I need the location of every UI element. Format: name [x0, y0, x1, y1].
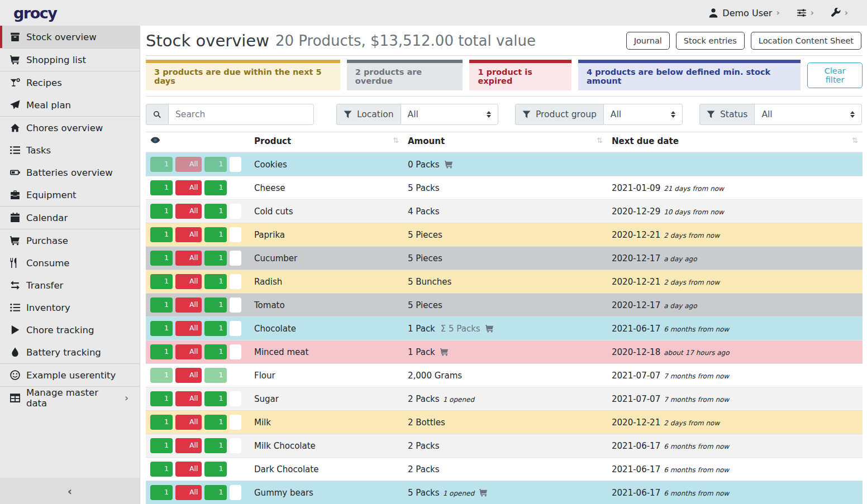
sidebar-item-meal-plan[interactable]: Meal plan — [0, 94, 140, 116]
sidebar-item-recipes[interactable]: Recipes — [0, 71, 140, 94]
sidebar-item-chores-overview[interactable]: Chores overview — [0, 117, 140, 139]
consume-all-button[interactable]: All — [175, 462, 202, 477]
consume-one-button[interactable]: 1 — [150, 391, 173, 406]
search-input[interactable] — [168, 104, 314, 125]
open-one-button[interactable]: 1 — [204, 251, 227, 266]
sort-icon[interactable]: ⇅ — [393, 136, 399, 145]
consume-one-button[interactable]: 1 — [150, 157, 173, 172]
sidebar-item-shopping-list[interactable]: Shopping list — [0, 49, 140, 71]
open-one-button[interactable]: 1 — [204, 344, 227, 359]
consume-all-button[interactable]: All — [175, 485, 202, 500]
consume-one-button[interactable]: 1 — [150, 438, 173, 453]
consume-all-button[interactable]: All — [175, 391, 202, 406]
consume-one-button[interactable]: 1 — [150, 227, 173, 242]
alert-secondary[interactable]: 2 products are overdue — [347, 60, 463, 90]
sidebar-item-transfer[interactable]: Transfer — [0, 274, 140, 296]
row-menu-button[interactable] — [230, 321, 241, 336]
sidebar-item-purchase[interactable]: Purchase — [0, 229, 140, 252]
sidebar-item-chore-tracking[interactable]: Chore tracking — [0, 319, 140, 341]
consume-all-button[interactable]: All — [175, 438, 202, 453]
row-menu-button[interactable] — [230, 415, 241, 430]
product-group-select[interactable]: All — [603, 104, 683, 125]
sidebar-item-manage-master-data[interactable]: Manage master data › — [0, 387, 140, 409]
user-menu[interactable]: Demo User › — [708, 8, 779, 18]
row-menu-button[interactable] — [230, 297, 241, 313]
sort-icon[interactable]: ⇅ — [852, 136, 858, 145]
consume-all-button[interactable]: All — [175, 274, 202, 289]
open-one-button[interactable]: 1 — [204, 438, 227, 453]
open-one-button[interactable]: 1 — [204, 321, 227, 336]
sidebar-item-consume[interactable]: Consume — [0, 252, 140, 274]
open-one-button[interactable]: 1 — [204, 297, 227, 313]
sidebar-collapse-button[interactable]: ‹ — [0, 478, 140, 504]
row-menu-button[interactable] — [230, 251, 241, 266]
admin-menu[interactable]: › — [831, 8, 848, 18]
row-menu-button[interactable] — [230, 157, 241, 172]
open-one-button[interactable]: 1 — [204, 485, 227, 500]
consume-all-button[interactable]: All — [175, 180, 202, 195]
shopping-cart-icon[interactable] — [479, 488, 488, 497]
sidebar-item-battery-tracking[interactable]: Battery tracking — [0, 341, 140, 363]
sidebar-item-stock-overview[interactable]: Stock overview — [0, 26, 140, 48]
consume-all-button[interactable]: All — [175, 157, 202, 172]
alert-info[interactable]: 4 products are below defined min. stock … — [578, 60, 801, 90]
column-header-amount[interactable]: Amount ⇅ — [403, 132, 607, 153]
consume-one-button[interactable]: 1 — [150, 204, 173, 219]
open-one-button[interactable]: 1 — [204, 180, 227, 195]
consume-all-button[interactable]: All — [175, 227, 202, 242]
consume-one-button[interactable]: 1 — [150, 462, 173, 477]
consume-all-button[interactable]: All — [175, 344, 202, 359]
column-visibility-header[interactable] — [146, 132, 250, 153]
consume-all-button[interactable]: All — [175, 415, 202, 430]
sidebar-item-example-userentity[interactable]: Example userentity — [0, 364, 140, 386]
sidebar-item-tasks[interactable]: Tasks — [0, 139, 140, 161]
consume-all-button[interactable]: All — [175, 368, 202, 383]
row-menu-button[interactable] — [230, 462, 241, 477]
row-menu-button[interactable] — [230, 485, 241, 500]
column-header-next-due-date[interactable]: Next due date ⇅ — [607, 132, 863, 153]
consume-all-button[interactable]: All — [175, 297, 202, 313]
settings-menu[interactable]: › — [797, 8, 814, 18]
location-content-sheet-button[interactable]: Location Content Sheet — [751, 32, 861, 50]
column-header-product[interactable]: Product ⇅ — [250, 132, 403, 153]
row-menu-button[interactable] — [230, 180, 241, 195]
sidebar-item-calendar[interactable]: Calendar — [0, 207, 140, 229]
shopping-cart-icon[interactable] — [444, 160, 454, 169]
consume-one-button[interactable]: 1 — [150, 251, 173, 266]
open-one-button[interactable]: 1 — [204, 368, 227, 383]
shopping-cart-icon[interactable] — [485, 324, 494, 333]
sidebar-item-batteries-overview[interactable]: Batteries overview — [0, 161, 140, 184]
consume-all-button[interactable]: All — [175, 251, 202, 266]
open-one-button[interactable]: 1 — [204, 157, 227, 172]
consume-one-button[interactable]: 1 — [150, 297, 173, 313]
row-menu-button[interactable] — [230, 204, 241, 219]
row-menu-button[interactable] — [230, 368, 241, 383]
row-menu-button[interactable] — [230, 227, 241, 242]
consume-one-button[interactable]: 1 — [150, 344, 173, 359]
open-one-button[interactable]: 1 — [204, 391, 227, 406]
consume-all-button[interactable]: All — [175, 321, 202, 336]
row-menu-button[interactable] — [230, 391, 241, 406]
sidebar-item-inventory[interactable]: Inventory — [0, 296, 140, 319]
consume-one-button[interactable]: 1 — [150, 485, 173, 500]
row-menu-button[interactable] — [230, 438, 241, 453]
sidebar-item-equipment[interactable]: Equipment — [0, 184, 140, 206]
journal-button[interactable]: Journal — [626, 32, 670, 50]
shopping-cart-icon[interactable] — [440, 348, 449, 356]
open-one-button[interactable]: 1 — [204, 227, 227, 242]
row-menu-button[interactable] — [230, 274, 241, 289]
consume-one-button[interactable]: 1 — [150, 180, 173, 195]
consume-one-button[interactable]: 1 — [150, 415, 173, 430]
open-one-button[interactable]: 1 — [204, 462, 227, 477]
status-select[interactable]: All — [754, 104, 862, 125]
open-one-button[interactable]: 1 — [204, 204, 227, 219]
consume-all-button[interactable]: All — [175, 204, 202, 219]
location-select[interactable]: All — [401, 104, 498, 125]
app-logo[interactable]: grocy — [13, 4, 56, 22]
consume-one-button[interactable]: 1 — [150, 321, 173, 336]
row-menu-button[interactable] — [230, 344, 241, 359]
stock-entries-button[interactable]: Stock entries — [676, 32, 745, 50]
open-one-button[interactable]: 1 — [204, 415, 227, 430]
consume-one-button[interactable]: 1 — [150, 368, 173, 383]
open-one-button[interactable]: 1 — [204, 274, 227, 289]
